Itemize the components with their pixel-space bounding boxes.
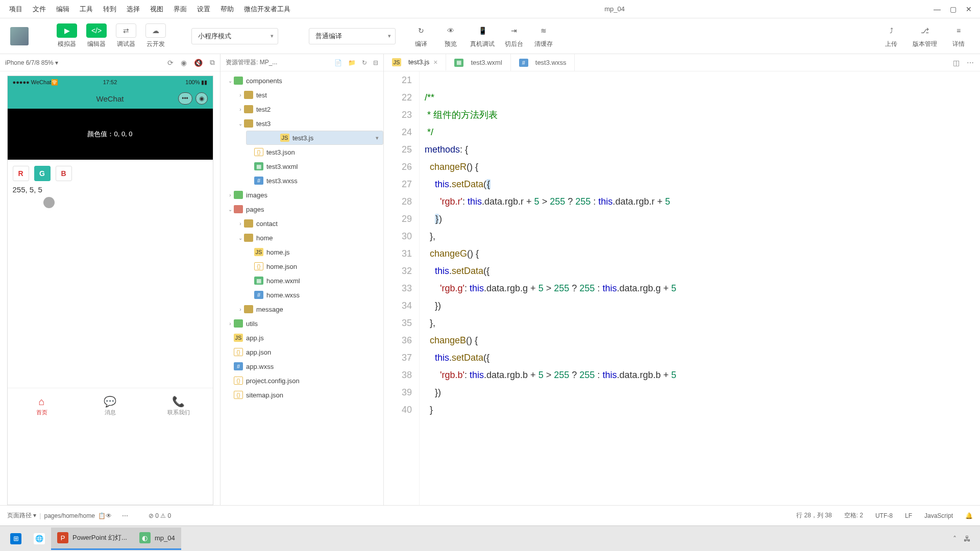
- fold-icon[interactable]: ⌄: [407, 245, 411, 262]
- page-path-label[interactable]: 页面路径 ▾: [7, 511, 36, 520]
- menu-工具[interactable]: 工具: [75, 5, 98, 14]
- close-button[interactable]: ✕: [966, 5, 972, 13]
- upload-button[interactable]: ⤴上传: [881, 23, 901, 48]
- fold-icon[interactable]: ⌄: [407, 349, 411, 366]
- tab-消息[interactable]: 💬消息: [76, 388, 144, 423]
- minimize-button[interactable]: —: [934, 5, 941, 13]
- taskbar-mp_04[interactable]: ◐mp_04: [133, 528, 181, 550]
- more-icon[interactable]: ⋯: [967, 59, 974, 67]
- rotate-icon[interactable]: ⟳: [167, 59, 174, 67]
- tree-contact[interactable]: ›contact: [220, 216, 383, 231]
- refresh-icon[interactable]: ↻: [362, 59, 367, 66]
- tree-pages[interactable]: ⌄pages: [220, 202, 383, 216]
- new-folder-icon[interactable]: 📁: [348, 59, 356, 66]
- tree-home.json[interactable]: {}home.json: [220, 259, 383, 273]
- tree-test3.wxml[interactable]: ▦test3.wxml: [220, 159, 383, 173]
- editor-tab-test3.js[interactable]: JStest3.js×: [384, 54, 446, 71]
- split-editor-icon[interactable]: ◫: [953, 59, 960, 67]
- language-mode[interactable]: JavaScript: [924, 512, 953, 519]
- tree-message[interactable]: ›message: [220, 302, 383, 316]
- menu-设置[interactable]: 设置: [192, 5, 215, 14]
- preview-button[interactable]: 👁预览: [440, 23, 461, 48]
- mute-icon[interactable]: 🔇: [194, 59, 203, 67]
- taskbar-🌐[interactable]: 🌐: [28, 528, 51, 550]
- clear-cache-button[interactable]: ≋清缓存: [533, 23, 554, 48]
- capsule-menu-button[interactable]: •••: [178, 92, 192, 105]
- taskbar-⊞[interactable]: ⊞: [4, 528, 28, 550]
- menu-选择[interactable]: 选择: [121, 5, 145, 14]
- menu-视图[interactable]: 视图: [145, 5, 168, 14]
- menu-界面[interactable]: 界面: [168, 5, 192, 14]
- tree-home.wxss[interactable]: #home.wxss: [220, 288, 383, 302]
- tree-components[interactable]: ⌄components: [220, 73, 383, 88]
- details-button[interactable]: ≡详情: [948, 23, 969, 48]
- tree-home[interactable]: ⌄home: [220, 231, 383, 245]
- menu-转到[interactable]: 转到: [98, 5, 121, 14]
- tree-test3.json[interactable]: {}test3.json: [220, 145, 383, 159]
- tree-sitemap.json[interactable]: {}sitemap.json: [220, 388, 383, 402]
- tree-home.js[interactable]: JShome.js: [220, 245, 383, 259]
- compile-button[interactable]: ↻编译: [411, 23, 431, 48]
- tree-images[interactable]: ›images: [220, 188, 383, 202]
- device-select[interactable]: iPhone 6/7/8 85% ▾: [5, 59, 160, 66]
- fold-icon[interactable]: ⌄: [407, 262, 411, 280]
- tree-test2[interactable]: ›test2: [220, 102, 383, 116]
- debugger-button[interactable]: ⇄调试器: [116, 23, 136, 48]
- editor-tab-test3.wxss[interactable]: #test3.wxss: [511, 54, 575, 71]
- user-avatar[interactable]: [10, 27, 29, 45]
- editor-tab-test3.wxml[interactable]: ▦test3.wxml: [446, 54, 510, 71]
- version-button[interactable]: ⎇版本管理: [913, 23, 937, 48]
- more-status-icon[interactable]: ⋯: [122, 512, 128, 519]
- indent-setting[interactable]: 空格: 2: [844, 511, 863, 520]
- copy-path-icon[interactable]: 📋: [98, 512, 106, 519]
- tray-network-icon[interactable]: 🖧: [964, 535, 971, 543]
- rgb-r-button[interactable]: R: [13, 166, 29, 181]
- taskbar-PowerPoint 幻灯...[interactable]: PPowerPoint 幻灯...: [51, 528, 133, 550]
- editor-button[interactable]: </>编辑器: [86, 23, 107, 48]
- tray-chevron-icon[interactable]: ˄: [953, 535, 957, 543]
- tree-test3[interactable]: ⌄test3: [220, 116, 383, 131]
- pop-out-icon[interactable]: ⧉: [210, 58, 215, 67]
- collapse-icon[interactable]: ⊟: [373, 59, 378, 66]
- bell-icon[interactable]: 🔔: [965, 512, 973, 519]
- compile-select[interactable]: 普通编译: [309, 28, 396, 44]
- code-area[interactable]: 2122⌄232425⌄26⌄27⌄28293031⌄32⌄33343536⌄3…: [384, 71, 980, 505]
- tree-app.js[interactable]: JSapp.js: [220, 331, 383, 345]
- fold-icon[interactable]: ⌄: [407, 158, 411, 176]
- tree-test3.wxss[interactable]: #test3.wxss: [220, 173, 383, 188]
- tree-utils[interactable]: ›utils: [220, 316, 383, 331]
- problems-count[interactable]: ⊘ 0 ⚠ 0: [149, 512, 171, 519]
- tree-project.config.json[interactable]: {}project.config.json: [220, 373, 383, 388]
- menu-帮助[interactable]: 帮助: [215, 5, 239, 14]
- fold-icon[interactable]: ⌄: [407, 89, 411, 106]
- new-file-icon[interactable]: 📄: [334, 59, 342, 66]
- tree-test3.js[interactable]: JStest3.js: [246, 131, 383, 145]
- rgb-b-button[interactable]: B: [56, 166, 72, 181]
- encoding[interactable]: UTF-8: [875, 512, 893, 519]
- visibility-icon[interactable]: 👁: [106, 512, 112, 519]
- cursor-position[interactable]: 行 28，列 38: [796, 511, 831, 520]
- background-button[interactable]: ⇥切后台: [504, 23, 524, 48]
- tree-test[interactable]: ›test: [220, 88, 383, 102]
- maximize-button[interactable]: ▢: [950, 5, 957, 13]
- tree-app.json[interactable]: {}app.json: [220, 345, 383, 359]
- menu-编辑[interactable]: 编辑: [51, 5, 75, 14]
- menu-文件[interactable]: 文件: [28, 5, 51, 14]
- cloud-button[interactable]: ☁云开发: [145, 23, 166, 48]
- eol[interactable]: LF: [905, 512, 912, 519]
- menu-微信开发者工具[interactable]: 微信开发者工具: [239, 5, 296, 14]
- tree-app.wxss[interactable]: #app.wxss: [220, 359, 383, 373]
- close-tab-icon[interactable]: ×: [433, 58, 437, 66]
- fold-icon[interactable]: ⌄: [407, 176, 411, 193]
- menu-项目[interactable]: 项目: [4, 5, 28, 14]
- capsule-close-button[interactable]: ◉: [195, 92, 208, 105]
- fold-icon[interactable]: ⌄: [407, 141, 411, 158]
- mode-select[interactable]: 小程序模式: [191, 28, 278, 44]
- tab-首页[interactable]: ⌂首页: [8, 388, 76, 423]
- tree-home.wxml[interactable]: ▦home.wxml: [220, 273, 383, 288]
- tab-联系我们[interactable]: 📞联系我们: [144, 388, 213, 423]
- record-icon[interactable]: ◉: [181, 59, 187, 67]
- remote-debug-button[interactable]: 📱真机调试: [470, 23, 495, 48]
- rgb-g-button[interactable]: G: [34, 166, 51, 181]
- simulator-button[interactable]: ▶模拟器: [57, 23, 77, 48]
